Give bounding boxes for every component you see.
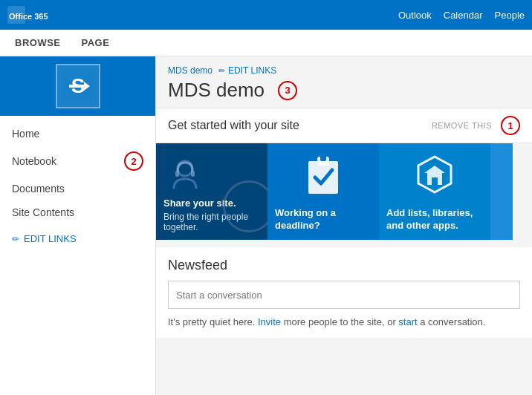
- badge-1: 1: [501, 116, 520, 135]
- card-apps-title: Add lists, libraries, and other apps.: [386, 207, 483, 232]
- get-started-bar: Get started with your site REMOVE THIS 1: [156, 108, 532, 143]
- svg-text:Office 365: Office 365: [9, 12, 48, 21]
- start-link[interactable]: start: [398, 316, 417, 327]
- remove-this-button[interactable]: REMOVE THIS: [432, 121, 492, 130]
- header-edit-links[interactable]: ✏ EDIT LINKS: [218, 65, 276, 76]
- svg-rect-5: [69, 85, 84, 88]
- page-title: MDS demo: [168, 79, 265, 102]
- sidebar-logo: S: [0, 56, 155, 116]
- tab-page[interactable]: PAGE: [79, 31, 113, 54]
- invite-link[interactable]: Invite: [258, 316, 281, 327]
- quiet-text: It's pretty quiet here. Invite more peop…: [168, 316, 520, 327]
- sidebar-item-site-contents[interactable]: Site Contents: [0, 200, 155, 224]
- cards-row: Share your site. Bring the right people …: [156, 143, 532, 240]
- sidebar: S Home Notebook 2 Documents Site Content…: [0, 56, 156, 395]
- svg-rect-9: [308, 161, 338, 194]
- office365-logo[interactable]: Office 365: [7, 4, 74, 25]
- sidebar-item-notebook[interactable]: Notebook 2: [0, 146, 155, 177]
- sharepoint-s-icon: S: [60, 68, 96, 104]
- get-started-badges-row: REMOVE THIS 1: [432, 116, 520, 135]
- breadcrumb: MDS demo ✏ EDIT LINKS: [168, 65, 520, 76]
- newsfeed-title: Newsfeed: [168, 258, 520, 273]
- sidebar-edit-links[interactable]: ✏ EDIT LINKS: [0, 227, 155, 250]
- svg-rect-7: [175, 171, 179, 177]
- card-share[interactable]: Share your site. Bring the right people …: [156, 143, 267, 240]
- content-area: MDS demo ✏ EDIT LINKS MDS demo 3 Get sta…: [156, 56, 532, 395]
- share-icon: [166, 155, 204, 195]
- sidebar-item-documents[interactable]: Documents: [0, 177, 155, 200]
- sharepoint-logo-box: S: [56, 64, 100, 108]
- sidebar-item-home[interactable]: Home: [0, 122, 155, 146]
- top-nav-left: Office 365: [7, 4, 74, 25]
- badge-3: 3: [278, 81, 297, 100]
- newsfeed-section: Newsfeed It's pretty quiet here. Invite …: [156, 247, 532, 338]
- card-apps[interactable]: Add lists, libraries, and other apps.: [379, 143, 490, 240]
- clipboard-icon: [304, 154, 343, 199]
- top-nav-right: Outlook Calendar People: [398, 10, 525, 21]
- svg-rect-11: [320, 155, 326, 161]
- badge-2: 2: [124, 151, 143, 171]
- card-deadline-title: Working on a deadline?: [275, 207, 372, 232]
- svg-rect-8: [191, 171, 195, 177]
- get-started-title: Get started with your site: [168, 119, 299, 132]
- tab-browse[interactable]: BROWSE: [12, 31, 64, 54]
- sidebar-navigation: Home Notebook 2 Documents Site Contents …: [0, 116, 155, 256]
- nav-outlook[interactable]: Outlook: [398, 10, 432, 21]
- main-layout: S Home Notebook 2 Documents Site Content…: [0, 56, 532, 395]
- hexagon-icon: [414, 154, 455, 197]
- top-nav: Office 365 Outlook Calendar People: [0, 0, 532, 30]
- breadcrumb-site[interactable]: MDS demo: [168, 65, 213, 76]
- card-deadline[interactable]: Working on a deadline?: [267, 143, 379, 240]
- page-title-row: MDS demo 3: [168, 79, 520, 102]
- ribbon: BROWSE PAGE: [0, 30, 532, 56]
- conversation-input[interactable]: [168, 281, 520, 309]
- nav-people[interactable]: People: [495, 10, 525, 21]
- svg-rect-14: [432, 177, 438, 185]
- nav-calendar[interactable]: Calendar: [444, 10, 483, 21]
- card-partial: [490, 143, 513, 240]
- page-header: MDS demo ✏ EDIT LINKS MDS demo 3: [156, 56, 532, 108]
